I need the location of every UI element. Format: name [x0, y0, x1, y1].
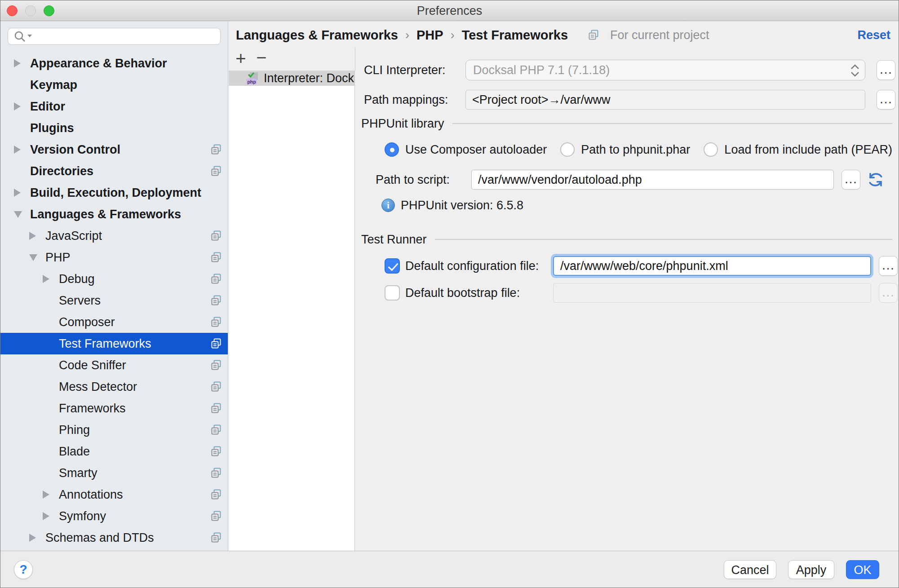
sidebar-item-frameworks[interactable]: Frameworks [0, 398, 228, 419]
sidebar-item-blade[interactable]: Blade [0, 441, 228, 462]
path-mappings-label: Path mappings: [364, 93, 465, 107]
default-configuration-file-input[interactable] [553, 256, 871, 276]
sidebar-item-mess-detector[interactable]: Mess Detector [0, 376, 228, 398]
sidebar-item-label: Debug [59, 272, 95, 286]
chevron-down-icon[interactable] [27, 254, 45, 261]
search-box [8, 28, 221, 45]
sidebar-item-version-control[interactable]: Version Control [0, 139, 228, 160]
chevron-down-icon [27, 35, 32, 37]
sidebar-item-build-execution-deployment[interactable]: Build, Execution, Deployment [0, 182, 228, 203]
sidebar-item-annotations[interactable]: Annotations [0, 484, 228, 505]
sidebar-item-label: Phing [59, 423, 90, 437]
sidebar-item-label: Editor [30, 100, 65, 114]
default-configuration-file-checkbox[interactable] [385, 258, 400, 274]
sidebar-item-languages-frameworks[interactable]: Languages & Frameworks [0, 203, 228, 225]
section-divider [452, 123, 892, 124]
sidebar-item-javascript[interactable]: JavaScript [0, 225, 228, 247]
sidebar-item-editor[interactable]: Editor [0, 96, 228, 117]
minimize-button[interactable] [25, 5, 36, 16]
per-project-settings-icon [210, 402, 222, 414]
path-mappings-field[interactable] [465, 90, 865, 110]
php-interpreter-icon: php [246, 71, 259, 85]
add-interpreter-button[interactable]: + [233, 51, 248, 67]
sidebar-item-schemas-and-dtds[interactable]: Schemas and DTDs [0, 527, 228, 548]
path-to-script-input[interactable] [471, 170, 834, 190]
ok-button[interactable]: OK [846, 560, 879, 579]
load-from-include-path-radio[interactable] [704, 142, 718, 157]
path-mappings-browse-button[interactable]: … [877, 90, 895, 110]
section-divider [435, 239, 892, 240]
path-to-phpunit-phar-radio[interactable] [560, 142, 575, 157]
chevron-right-icon[interactable] [12, 59, 30, 67]
sidebar-item-phing[interactable]: Phing [0, 419, 228, 441]
load-from-include-path-label: Load from include path (PEAR) [724, 143, 892, 157]
path-to-script-label: Path to script: [376, 173, 471, 187]
help-button[interactable]: ? [14, 560, 33, 579]
chevron-right-icon[interactable] [41, 512, 59, 520]
zoom-button[interactable] [44, 5, 54, 16]
settings-sidebar: Appearance & BehaviorKeymapEditorPlugins… [0, 21, 228, 552]
cli-interpreter-label: CLI Interpreter: [364, 63, 465, 77]
svg-text:php: php [247, 79, 256, 84]
per-project-settings-icon [210, 230, 222, 242]
remove-interpreter-button[interactable]: − [254, 51, 269, 67]
chevron-right-icon[interactable] [41, 491, 59, 499]
sidebar-item-label: Symfony [59, 509, 106, 523]
per-project-settings-icon [210, 295, 222, 306]
default-bootstrap-file-browse-button[interactable]: … [879, 283, 898, 303]
sidebar-item-plugins[interactable]: Plugins [0, 117, 228, 139]
chevron-right-icon[interactable] [27, 232, 45, 240]
cli-interpreter-browse-button[interactable]: … [877, 60, 895, 80]
sidebar-item-code-sniffer[interactable]: Code Sniffer [0, 354, 228, 376]
sidebar-item-debug[interactable]: Debug [0, 268, 228, 290]
window-title: Preferences [0, 0, 899, 21]
sidebar-item-label: Code Sniffer [59, 358, 126, 372]
apply-button[interactable]: Apply [788, 560, 834, 579]
default-configuration-file-browse-button[interactable]: … [879, 256, 898, 276]
per-project-settings-icon [210, 359, 222, 371]
chevron-down-icon[interactable] [12, 211, 30, 218]
sidebar-item-keymap[interactable]: Keymap [0, 74, 228, 96]
sidebar-item-label: Plugins [30, 121, 74, 135]
interpreter-item-label: Interpreter: Docksal PHP 7.1 [264, 71, 354, 85]
sidebar-item-smarty[interactable]: Smarty [0, 462, 228, 484]
chevron-right-icon[interactable] [41, 275, 59, 283]
chevron-right-icon[interactable] [12, 102, 30, 111]
traffic-lights [7, 5, 54, 16]
sidebar-item-test-frameworks[interactable]: Test Frameworks [0, 333, 228, 354]
sidebar-item-label: Schemas and DTDs [45, 531, 154, 545]
per-project-settings-icon [210, 424, 222, 436]
phpunit-version-note: PHPUnit version: 6.5.8 [401, 199, 523, 212]
sidebar-item-label: Blade [59, 445, 90, 459]
close-button[interactable] [7, 5, 18, 16]
sidebar-item-composer[interactable]: Composer [0, 311, 228, 333]
sidebar-item-servers[interactable]: Servers [0, 290, 228, 311]
sidebar-item-appearance-behavior[interactable]: Appearance & Behavior [0, 53, 228, 74]
per-project-settings-icon [210, 489, 222, 500]
path-to-script-browse-button[interactable]: … [841, 170, 860, 190]
chevron-right-icon[interactable] [12, 146, 30, 154]
cancel-button[interactable]: Cancel [724, 560, 776, 579]
footer-bar: ? Cancel Apply OK [0, 551, 899, 588]
cli-interpreter-select[interactable]: Docksal PHP 7.1 (7.1.18) [465, 60, 865, 80]
per-project-settings-icon [210, 273, 222, 285]
use-composer-autoloader-label: Use Composer autoloader [405, 143, 547, 157]
search-input[interactable] [36, 29, 216, 44]
refresh-icon[interactable] [868, 172, 884, 188]
chevron-right-icon[interactable] [27, 534, 45, 542]
sidebar-item-symfony[interactable]: Symfony [0, 505, 228, 527]
chevron-right-icon[interactable] [12, 189, 30, 197]
test-runner-section-label: Test Runner [361, 233, 427, 247]
sidebar-item-directories[interactable]: Directories [0, 160, 228, 182]
default-bootstrap-file-checkbox[interactable] [385, 285, 400, 301]
use-composer-autoloader-radio[interactable] [385, 142, 399, 157]
per-project-settings-icon [210, 510, 222, 522]
per-project-settings-icon [210, 532, 222, 544]
interpreter-list-item[interactable]: php Interpreter: Docksal PHP 7.1 [229, 71, 354, 86]
sidebar-item-label: Keymap [30, 78, 77, 92]
default-bootstrap-file-input[interactable] [553, 283, 871, 303]
per-project-settings-icon [210, 467, 222, 479]
title-bar: Preferences [0, 0, 899, 21]
sidebar-item-label: Servers [59, 294, 101, 308]
sidebar-item-php[interactable]: PHP [0, 247, 228, 268]
